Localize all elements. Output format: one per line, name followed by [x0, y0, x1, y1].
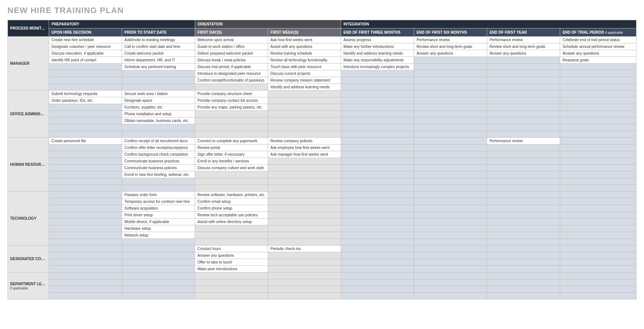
- plan-cell: Print driver setup: [122, 212, 195, 219]
- table-row: Order passkeys, IDs, etc.Designate space…: [8, 97, 637, 104]
- plan-cell: Discuss break / meal policies: [195, 57, 268, 64]
- plan-cell: [341, 246, 414, 252]
- plan-cell: [49, 144, 122, 151]
- col-upon-hire: UPON HIRE DECISION: [49, 28, 122, 37]
- plan-cell: [49, 118, 122, 124]
- plan-cell: Performance review: [414, 37, 487, 43]
- plan-cell: [487, 279, 560, 286]
- plan-cell: [341, 252, 414, 259]
- plan-cell: [122, 266, 195, 272]
- table-row: [8, 131, 637, 138]
- plan-cell: Discuss trial period, if applicable: [195, 64, 268, 70]
- plan-cell: [122, 124, 195, 131]
- role-label-coworker: DESIGNATED COWORKER / PEER RESOURCE: [8, 246, 49, 272]
- plan-cell: [341, 158, 414, 165]
- plan-cell: [341, 266, 414, 272]
- table-row: Enroll in new hire briefing, webinar, et…: [8, 171, 637, 178]
- plan-cell: [341, 84, 414, 91]
- plan-cell: [49, 286, 122, 293]
- plan-cell: [560, 279, 637, 286]
- plan-cell: Temporary access for contract new hire: [122, 198, 195, 205]
- plan-cell: [560, 171, 637, 178]
- col-six-months: END OF FIRST SIX MONTHS: [414, 28, 487, 37]
- plan-cell: [49, 266, 122, 272]
- training-plan-table: PROCESS MONITOR / MENTOR PREPARATORY ORI…: [7, 20, 637, 299]
- plan-cell: [560, 64, 637, 70]
- plan-cell: [487, 219, 560, 225]
- plan-cell: [268, 279, 341, 286]
- plan-cell: [268, 171, 341, 178]
- plan-cell: [560, 239, 637, 246]
- plan-cell: [414, 212, 487, 219]
- plan-cell: [487, 232, 560, 239]
- plan-cell: Confirm receipt of all recruitment docs: [122, 138, 195, 144]
- plan-cell: Add/invite to existing meetings: [122, 37, 195, 43]
- plan-cell: [49, 158, 122, 165]
- plan-cell: Review company mission statement: [268, 77, 341, 84]
- plan-cell: [341, 131, 414, 138]
- table-row: Designate coworker / peer resourceCall t…: [8, 43, 637, 50]
- plan-cell: [487, 118, 560, 124]
- plan-cell: Assess progress: [341, 37, 414, 43]
- plan-cell: Confirm email setup: [195, 198, 268, 205]
- plan-cell: [487, 84, 560, 91]
- plan-cell: [487, 185, 560, 192]
- table-row: Introduce to designated peer resourceDis…: [8, 70, 637, 77]
- plan-cell: [268, 293, 341, 299]
- plan-cell: [560, 151, 637, 158]
- plan-cell: [487, 104, 560, 111]
- table-row: [8, 286, 637, 293]
- plan-cell: [195, 279, 268, 286]
- plan-cell: Make any further introductions: [341, 43, 414, 50]
- col-trial-period: END OF TRIAL PERIOD if applicable: [560, 28, 637, 37]
- plan-cell: [560, 259, 637, 266]
- plan-cell: [487, 225, 560, 232]
- plan-cell: [560, 293, 637, 299]
- plan-cell: [195, 124, 268, 131]
- plan-cell: [560, 232, 637, 239]
- plan-cell: Enroll in new hire briefing, webinar, et…: [122, 171, 195, 178]
- plan-cell: [560, 252, 637, 259]
- col-three-months: END OF FIRST THREE MONTHS: [341, 28, 414, 37]
- plan-cell: [560, 178, 637, 185]
- plan-cell: [268, 225, 341, 232]
- plan-cell: [341, 144, 414, 151]
- plan-cell: [49, 178, 122, 185]
- plan-cell: [414, 144, 487, 151]
- plan-cell: [414, 138, 487, 144]
- plan-cell: [560, 111, 637, 118]
- plan-cell: [414, 252, 487, 259]
- plan-cell: [49, 259, 122, 266]
- plan-cell: Schedule any pertinent training: [122, 64, 195, 70]
- plan-cell: Communicate business policies: [122, 165, 195, 171]
- plan-cell: [560, 118, 637, 124]
- plan-cell: [49, 84, 122, 91]
- plan-cell: [122, 84, 195, 91]
- plan-cell: [560, 91, 637, 97]
- plan-cell: [487, 239, 560, 246]
- plan-cell: [414, 70, 487, 77]
- plan-cell: Confirm offer letter receipt/acceptance: [122, 144, 195, 151]
- role-label-hr: HUMAN RESOURCES: [8, 138, 49, 192]
- plan-cell: Confirm receipt/functionality of passkey…: [195, 77, 268, 84]
- plan-cell: [49, 205, 122, 212]
- plan-cell: Ask employee how first weeks went: [268, 144, 341, 151]
- plan-cell: [122, 286, 195, 293]
- plan-cell: [49, 225, 122, 232]
- plan-cell: Connect to complete any paperwork: [195, 138, 268, 144]
- plan-cell: [195, 272, 268, 279]
- table-row: TECHNOLOGYPasskey order formReview softw…: [8, 192, 637, 198]
- plan-cell: [341, 205, 414, 212]
- plan-cell: [414, 104, 487, 111]
- plan-cell: [122, 239, 195, 246]
- plan-cell: Celebrate end of trail period status: [560, 37, 637, 43]
- plan-cell: Introduce to designated peer resource: [195, 70, 268, 77]
- table-row: Make peer introductions: [8, 266, 637, 272]
- plan-cell: Order passkeys, IDs, etc.: [49, 97, 122, 104]
- plan-cell: Review company policies: [268, 138, 341, 144]
- plan-cell: [195, 293, 268, 299]
- plan-cell: [49, 212, 122, 219]
- plan-cell: [414, 272, 487, 279]
- plan-cell: [414, 232, 487, 239]
- plan-cell: [560, 97, 637, 104]
